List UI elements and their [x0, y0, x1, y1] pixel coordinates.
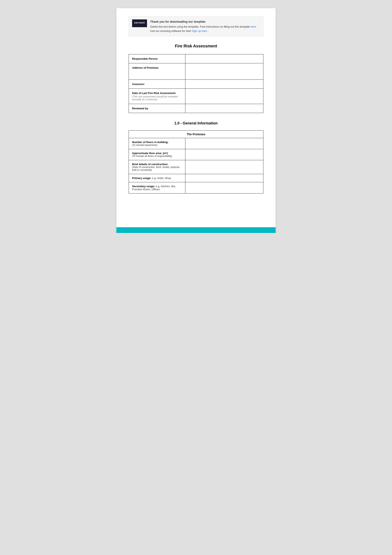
- premises-table: The Premises Number of floors in buildin…: [129, 130, 263, 194]
- primary-usage-label: Primary usage: e.g. Hotel, Shop: [129, 174, 185, 182]
- header-title: Thank you for downloading our template: [150, 19, 260, 24]
- date-label-italic: (This risk assessment should be reviewed…: [132, 95, 182, 101]
- premises-table-header: The Premises: [129, 130, 263, 138]
- primary-usage-label-sub: e.g. Hotel, Shop: [152, 176, 171, 180]
- responsible-person-value[interactable]: [185, 54, 263, 63]
- floors-label-sub: (To include basements): [132, 144, 182, 146]
- page-container: zervant . Thank you for downloading our …: [116, 8, 276, 233]
- header-body: Delete this text before using the templa…: [150, 25, 251, 28]
- header-link2[interactable]: Sign up here: [192, 29, 207, 32]
- header-link1[interactable]: here: [251, 25, 256, 28]
- address-label: Address of Premises: [129, 63, 185, 80]
- floor-area-label: Approximate floor area: (m²) (To include…: [129, 149, 185, 160]
- date-label: Date of Last Fire Risk Assessment (This …: [129, 88, 185, 104]
- floor-area-value[interactable]: [185, 149, 263, 160]
- secondary-usage-label: Secondary usage: e.g. Kitchen, Bar, Func…: [129, 182, 185, 193]
- table-row: Reviewed by: [129, 104, 263, 113]
- reviewed-by-label: Reviewed by: [129, 104, 185, 113]
- header-description: Thank you for downloading our template D…: [150, 19, 260, 33]
- logo-text: zervant: [134, 21, 145, 24]
- logo: zervant .: [132, 19, 147, 27]
- table-row: Secondary usage: e.g. Kitchen, Bar, Func…: [129, 182, 263, 193]
- floors-value[interactable]: [185, 138, 263, 149]
- table-row: Address of Premises: [129, 63, 263, 80]
- reviewed-by-value[interactable]: [185, 104, 263, 113]
- primary-usage-label-main: Primary usage:: [132, 176, 152, 180]
- construction-label-sub: (Date of construction, brick, timber, pu…: [132, 166, 182, 171]
- floors-label: Number of floors in building: (To includ…: [129, 138, 185, 149]
- table-row: Brief details of construction: (Date of …: [129, 160, 263, 174]
- table-row: Approximate floor area: (m²) (To include…: [129, 149, 263, 160]
- table-row: Date of Last Fire Risk Assessment (This …: [129, 88, 263, 104]
- assessor-value[interactable]: [185, 80, 263, 88]
- primary-usage-value[interactable]: [185, 174, 263, 182]
- date-value[interactable]: [185, 88, 263, 104]
- premises-table-header-row: The Premises: [129, 130, 263, 138]
- floors-label-main: Number of floors in building:: [132, 141, 168, 144]
- construction-label-main: Brief details of construction:: [132, 163, 168, 166]
- responsible-person-label: Responsible Person: [129, 54, 185, 63]
- table-row: Assessor:: [129, 80, 263, 88]
- table-row: Primary usage: e.g. Hotel, Shop: [129, 174, 263, 182]
- document-title: Fire Risk Assessment: [129, 44, 263, 48]
- info-table: Responsible Person Address of Premises A…: [129, 54, 263, 113]
- logo-sub: .: [134, 24, 145, 26]
- secondary-usage-value[interactable]: [185, 182, 263, 193]
- assessor-label: Assessor:: [129, 80, 185, 88]
- address-value[interactable]: [185, 63, 263, 80]
- secondary-usage-label-main: Secondary usage:: [132, 185, 156, 188]
- header-banner: zervant . Thank you for downloading our …: [129, 16, 263, 36]
- construction-label: Brief details of construction: (Date of …: [129, 160, 185, 174]
- table-row: Responsible Person: [129, 54, 263, 63]
- table-row: Number of floors in building: (To includ…: [129, 138, 263, 149]
- footer-bar: [116, 227, 276, 233]
- section1-title: 1.0 - General Information: [129, 121, 263, 125]
- floor-area-label-main: Approximate floor area: (m²): [132, 152, 168, 155]
- construction-value[interactable]: [185, 160, 263, 174]
- floor-area-label-sub: (To include all floors of responsibility…: [132, 155, 182, 158]
- header-end: .: [208, 29, 208, 32]
